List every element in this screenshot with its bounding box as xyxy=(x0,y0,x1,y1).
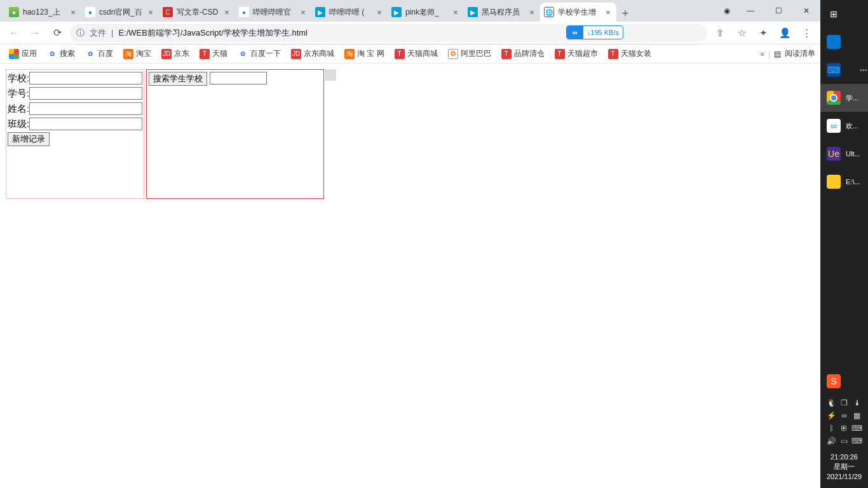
minimize-button[interactable]: — xyxy=(736,1,764,20)
bookmark-11[interactable]: T品牌清仓 xyxy=(498,46,548,62)
bookmark-icon-tb: 淘 xyxy=(344,49,355,59)
search-student-panel: 搜索学生学校 xyxy=(146,69,324,199)
new-tab-button[interactable]: ＋ xyxy=(616,4,634,22)
tray-kb-icon[interactable]: ⌨ xyxy=(852,423,862,433)
bookmark-icon-t: T xyxy=(501,49,512,59)
bookmark-12[interactable]: T天猫超市 xyxy=(551,46,602,62)
id-input[interactable] xyxy=(29,87,142,100)
bookmark-1[interactable]: ✿搜索 xyxy=(43,46,79,62)
tray-doc-icon[interactable]: ▦ xyxy=(852,410,862,421)
tab-title: 写文章-CSD xyxy=(177,7,219,18)
browser-tab-7[interactable]: 🌐学校学生增× xyxy=(540,3,616,22)
tab-favicon-bili: ▶ xyxy=(468,7,478,17)
tab-title: 哔哩哔哩官 xyxy=(253,7,295,18)
maximize-button[interactable]: ☐ xyxy=(764,1,792,20)
tray-osk-icon[interactable]: ⌨ xyxy=(852,436,862,446)
menu-icon[interactable]: ⋮ xyxy=(797,24,815,42)
tab-close-icon[interactable]: × xyxy=(146,8,155,17)
tab-close-icon[interactable]: × xyxy=(527,8,536,17)
bookmark-7[interactable]: JD京东商城 xyxy=(287,46,338,62)
bookmarks-bar: 应用✿搜索✿百度淘淘宝JD京东T天猫✿百度一下JD京东商城淘淘 宝 网T天猫商城… xyxy=(0,44,820,64)
bookmark-10[interactable]: ✪阿里巴巴 xyxy=(444,46,495,62)
taskbar-clock[interactable]: 21:20:26 星期一 2021/11/29 xyxy=(820,449,868,488)
tray-bdisk-icon[interactable]: ∞ xyxy=(839,410,850,421)
name-input[interactable] xyxy=(29,102,142,115)
tab-close-icon[interactable]: × xyxy=(299,8,308,17)
tray-temp-icon[interactable]: 🌡 xyxy=(852,398,862,408)
tray-sogou[interactable]: S xyxy=(820,367,868,395)
browser-tab-0[interactable]: ●hao123_上× xyxy=(5,3,81,22)
incognito-icon[interactable]: ◉ xyxy=(717,1,736,20)
browser-tab-3[interactable]: ●哔哩哔哩官× xyxy=(235,3,311,22)
taskbar-icon-bdisk: ∞ xyxy=(827,119,841,133)
tab-close-icon[interactable]: × xyxy=(375,8,384,17)
forward-button[interactable]: → xyxy=(27,24,44,42)
tab-close-icon[interactable]: × xyxy=(451,8,460,17)
bookmark-icon-t: T xyxy=(608,49,618,59)
browser-tab-6[interactable]: ▶黑马程序员× xyxy=(464,3,540,22)
bookmark-label: 淘 宝 网 xyxy=(357,48,384,59)
bookmark-9[interactable]: T天猫商城 xyxy=(391,46,442,62)
tray-bt-icon[interactable]: ᛒ xyxy=(827,423,837,433)
windows-taskbar: ⊞⌨•••学...∞欢...UeUlt...E:\... S 🐧 ❐ 🌡 ⚡ ∞… xyxy=(820,0,868,488)
tab-close-icon[interactable]: × xyxy=(222,8,231,17)
tab-favicon-bili: ▶ xyxy=(391,7,402,17)
back-button[interactable]: ← xyxy=(5,24,23,42)
page-content: 学校: 学号: 姓名: 班级: 新增记录 搜索学生学校 xyxy=(0,64,820,488)
bookmark-3[interactable]: 淘淘宝 xyxy=(119,46,155,62)
network-speed-badge[interactable]: ∞ ↓195 KB/s xyxy=(566,25,623,39)
share-icon[interactable]: ⇪ xyxy=(711,24,729,42)
reading-list-button[interactable]: 阅读清单 xyxy=(785,48,815,59)
tray-copy-icon[interactable]: ❐ xyxy=(839,398,850,408)
browser-tab-1[interactable]: ●csdn官网_百× xyxy=(81,3,159,22)
taskbar-icon-ue: Ue xyxy=(827,147,841,161)
taskbar-item-chrome[interactable]: 学... xyxy=(820,84,868,112)
class-input[interactable] xyxy=(29,118,142,130)
school-input[interactable] xyxy=(29,72,142,85)
tab-close-icon[interactable]: × xyxy=(69,8,78,17)
tab-favicon-csdn: ● xyxy=(239,7,249,17)
browser-tab-5[interactable]: ▶pink老师_× xyxy=(388,3,464,22)
bookmark-4[interactable]: JD京东 xyxy=(158,46,193,62)
browser-tab-2[interactable]: C写文章-CSD× xyxy=(159,3,235,22)
tab-close-icon[interactable]: × xyxy=(604,8,613,17)
tray-shield-icon[interactable]: ⛨ xyxy=(839,423,850,433)
tray-notif-icon[interactable]: ▭ xyxy=(839,436,850,446)
bookmark-label: 京东 xyxy=(174,48,189,59)
browser-tab-4[interactable]: ▶哔哩哔哩 (× xyxy=(311,3,388,22)
bookmark-0[interactable]: 应用 xyxy=(5,46,41,62)
tray-qq-icon[interactable]: 🐧 xyxy=(827,398,837,408)
extensions-icon[interactable]: ✦ xyxy=(754,24,772,42)
taskbar-icon-folder xyxy=(827,175,841,189)
taskbar-item-label: 学... xyxy=(846,93,858,103)
bookmarks-overflow-icon[interactable]: » xyxy=(760,50,764,58)
bookmark-star-icon[interactable]: ☆ xyxy=(733,24,750,42)
taskbar-item-folder[interactable]: E:\... xyxy=(820,168,868,196)
tray-vol-icon[interactable]: 🔊 xyxy=(827,436,837,446)
bookmark-8[interactable]: 淘淘 宝 网 xyxy=(341,46,388,62)
reading-list-icon: ▤ xyxy=(774,50,781,58)
site-info-icon[interactable]: ⓘ xyxy=(76,27,85,39)
taskbar-item-vscode[interactable]: ⌨••• xyxy=(820,56,868,84)
bookmark-6[interactable]: ✿百度一下 xyxy=(234,46,285,62)
search-school-input[interactable] xyxy=(210,72,267,85)
bookmark-label: 搜索 xyxy=(60,48,75,59)
bookmark-13[interactable]: T天猫女装 xyxy=(604,46,655,62)
system-tray[interactable]: 🐧 ❐ 🌡 ⚡ ∞ ▦ ᛒ ⛨ ⌨ 🔊 ▭ ⌨ xyxy=(820,395,868,449)
taskbar-item-bdisk[interactable]: ∞欢... xyxy=(820,112,868,140)
profile-icon[interactable]: 👤 xyxy=(776,24,794,42)
taskbar-item-win[interactable]: ⊞ xyxy=(820,0,868,28)
bookmark-2[interactable]: ✿百度 xyxy=(81,46,117,62)
bookmark-5[interactable]: T天猫 xyxy=(196,46,231,62)
reload-button[interactable]: ⟳ xyxy=(48,24,66,42)
taskbar-item-ue[interactable]: UeUlt... xyxy=(820,140,868,168)
add-record-button[interactable]: 新增记录 xyxy=(8,132,50,146)
divider: | xyxy=(768,50,770,58)
tray-flash-icon[interactable]: ⚡ xyxy=(827,410,837,421)
search-school-button[interactable]: 搜索学生学校 xyxy=(149,72,207,86)
close-window-button[interactable]: ✕ xyxy=(792,1,820,20)
bookmark-icon-t: T xyxy=(395,49,405,59)
tab-title: 哔哩哔哩 ( xyxy=(329,7,371,18)
bookmark-label: 天猫商城 xyxy=(407,48,438,59)
taskbar-item-msg[interactable] xyxy=(820,28,868,56)
